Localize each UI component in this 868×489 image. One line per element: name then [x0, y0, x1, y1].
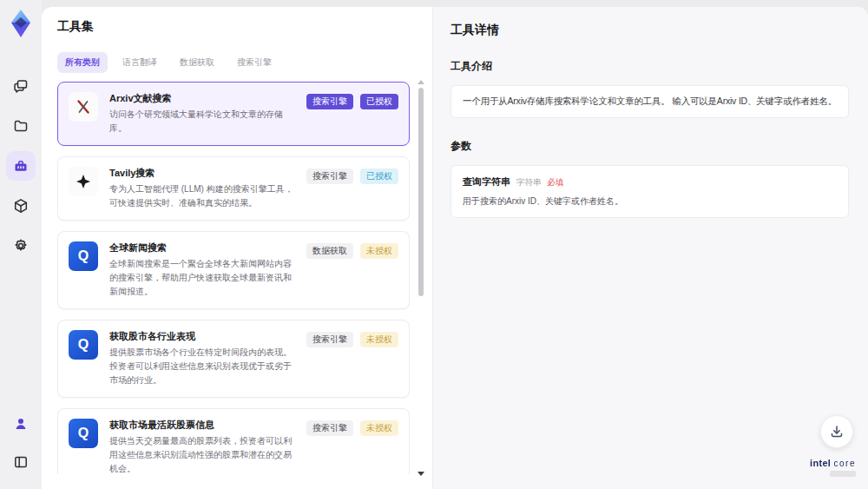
app-sidebar: [0, 0, 42, 489]
blue-q-logo-icon: Q: [69, 419, 98, 448]
app-logo: [8, 9, 34, 38]
chat-icon: [13, 78, 29, 94]
category-tabs: 所有类别 语言翻译 数据获取 搜索引擎: [57, 52, 432, 73]
category-badge: 搜索引擎: [306, 332, 353, 347]
tool-card-most-active-stocks[interactable]: Q 获取市场最活跃股票信息 提供当天交易量最高的股票列表，投资者可以利用这些信息…: [57, 408, 410, 474]
arxiv-logo-icon: [69, 92, 98, 122]
toolbox-icon: [13, 158, 29, 174]
tab-language-translation[interactable]: 语言翻译: [115, 52, 165, 73]
param-type: 字符串: [516, 177, 542, 188]
category-badge: 搜索引擎: [306, 420, 353, 436]
panel-toggle-button[interactable]: [6, 447, 36, 477]
brand-badge-bar: [830, 471, 856, 477]
tool-description: 提供股票市场各个行业在特定时间段内的表现。投资者可以利用这些信息来识别表现优于或…: [109, 346, 295, 387]
param-required-badge: 必填: [547, 177, 563, 188]
sparkle-logo-icon: [69, 167, 98, 196]
tab-all-categories[interactable]: 所有类别: [57, 52, 108, 73]
tool-title: 获取股市各行业表现: [109, 330, 295, 343]
brand-core: core: [834, 459, 856, 468]
gear-icon: [13, 238, 29, 254]
download-button[interactable]: [820, 415, 853, 448]
sidebar-bottom: [6, 409, 36, 477]
user-avatar-button[interactable]: [6, 409, 36, 439]
user-icon: [13, 416, 29, 432]
intro-box: 一个用于从Arxiv存储库搜索科学论文和文章的工具。 输入可以是Arxiv ID…: [450, 85, 849, 118]
tab-data-fetch[interactable]: 数据获取: [172, 52, 222, 73]
scrollbar-thumb[interactable]: [418, 88, 424, 296]
tool-description: 专为人工智能代理 (LLM) 构建的搜索引擎工具，可快速提供实时、准确和真实的结…: [109, 182, 295, 210]
param-name: 查询字符串: [463, 175, 510, 188]
tool-title: Tavily搜索: [109, 167, 295, 180]
tools-panel: 工具集 所有类别 语言翻译 数据获取 搜索引擎 Arxiv文献搜索 访问各个研究…: [42, 7, 432, 489]
sidebar-nav: [6, 71, 36, 261]
sidebar-item-files[interactable]: [6, 111, 36, 141]
auth-status-badge: 已授权: [360, 94, 398, 109]
tool-card-arxiv[interactable]: Arxiv文献搜索 访问各个研究领域大量科学论文和文章的存储库。 搜索引擎 已授…: [57, 82, 410, 146]
tool-card-tavily[interactable]: Tavily搜索 专为人工智能代理 (LLM) 构建的搜索引擎工具，可快速提供实…: [57, 156, 410, 221]
tool-title: 全球新闻搜索: [109, 241, 295, 254]
tool-list: Arxiv文献搜索 访问各个研究领域大量科学论文和文章的存储库。 搜索引擎 已授…: [57, 82, 432, 474]
panel-toggle-icon: [13, 454, 29, 470]
sidebar-item-settings[interactable]: [6, 231, 36, 261]
tool-title: 获取市场最活跃股票信息: [109, 419, 295, 432]
sidebar-item-packages[interactable]: [6, 191, 36, 221]
page-title: 工具集: [57, 19, 432, 35]
scroll-down-arrow-icon[interactable]: [418, 472, 424, 476]
auth-status-badge: 未授权: [360, 332, 398, 347]
tool-description: 提供当天交易量最高的股票列表，投资者可以利用这些信息来识别流动性强的股票和潜在的…: [109, 434, 295, 474]
category-badge: 搜索引擎: [306, 94, 353, 109]
tool-card-global-news[interactable]: Q 全球新闻搜索 全球新闻搜索是一个聚合全球各大新闻网站内容的搜索引擎，帮助用户…: [57, 231, 410, 309]
sidebar-item-chat[interactable]: [6, 71, 36, 101]
diamond-gem-icon: [8, 9, 34, 38]
scroll-up-arrow-icon[interactable]: [418, 80, 424, 84]
brand-intel: intel: [810, 458, 831, 468]
intro-text: 一个用于从Arxiv存储库搜索科学论文和文章的工具。 输入可以是Arxiv ID…: [463, 96, 837, 108]
params-heading: 参数: [450, 139, 849, 154]
param-description: 用于搜索的Arxiv ID、关键字或作者姓名。: [463, 195, 837, 208]
auth-status-badge: 已授权: [360, 169, 398, 184]
package-icon: [13, 198, 29, 214]
category-badge: 搜索引擎: [306, 169, 353, 184]
tab-search-engine[interactable]: 搜索引擎: [229, 52, 279, 73]
intro-heading: 工具介绍: [450, 59, 849, 74]
blue-q-logo-icon: Q: [69, 330, 98, 360]
sidebar-item-tools[interactable]: [6, 151, 36, 181]
intel-core-brand: intel core: [810, 458, 856, 477]
tool-card-sector-performance[interactable]: Q 获取股市各行业表现 提供股票市场各个行业在特定时间段内的表现。投资者可以利用…: [57, 320, 410, 398]
auth-status-badge: 未授权: [360, 420, 398, 436]
blue-q-logo-icon: Q: [69, 241, 98, 271]
category-badge: 数据获取: [306, 243, 353, 259]
detail-title: 工具详情: [450, 23, 849, 38]
folder-icon: [13, 118, 29, 134]
tool-title: Arxiv文献搜索: [109, 92, 295, 105]
download-icon: [829, 424, 845, 439]
tool-description: 访问各个研究领域大量科学论文和文章的存储库。: [109, 108, 295, 135]
auth-status-badge: 未授权: [360, 243, 398, 259]
list-scrollbar: [418, 82, 424, 483]
tool-description: 全球新闻搜索是一个聚合全球各大新闻网站内容的搜索引擎，帮助用户快速获取全球最新资…: [109, 257, 295, 299]
tool-detail-panel: 工具详情 工具介绍 一个用于从Arxiv存储库搜索科学论文和文章的工具。 输入可…: [432, 7, 868, 489]
main-content: 工具集 所有类别 语言翻译 数据获取 搜索引擎 Arxiv文献搜索 访问各个研究…: [42, 7, 868, 489]
param-box: 查询字符串 字符串 必填 用于搜索的Arxiv ID、关键字或作者姓名。: [450, 165, 849, 218]
